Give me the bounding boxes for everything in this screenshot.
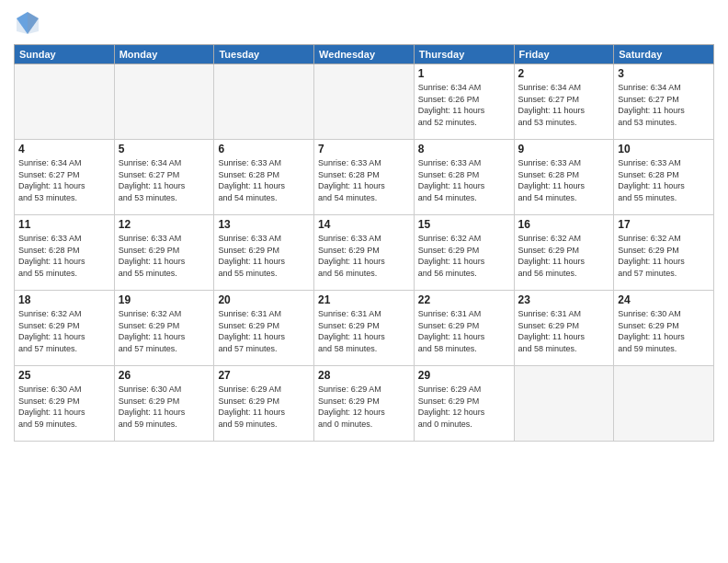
day-number: 18 — [18, 293, 110, 306]
day-info: Sunrise: 6:33 AM Sunset: 6:28 PM Dayligh… — [18, 233, 110, 279]
day-number: 13 — [218, 218, 310, 231]
day-number: 3 — [618, 67, 710, 80]
calendar-cell: 5Sunrise: 6:34 AM Sunset: 6:27 PM Daylig… — [114, 140, 214, 215]
week-row-2: 11Sunrise: 6:33 AM Sunset: 6:28 PM Dayli… — [15, 215, 714, 291]
week-row-4: 25Sunrise: 6:30 AM Sunset: 6:29 PM Dayli… — [15, 366, 714, 442]
weekday-header-sunday: Sunday — [15, 45, 115, 64]
day-info: Sunrise: 6:33 AM Sunset: 6:28 PM Dayligh… — [318, 157, 410, 203]
calendar-cell: 13Sunrise: 6:33 AM Sunset: 6:29 PM Dayli… — [214, 215, 314, 291]
day-info: Sunrise: 6:31 AM Sunset: 6:29 PM Dayligh… — [518, 308, 610, 354]
day-info: Sunrise: 6:33 AM Sunset: 6:28 PM Dayligh… — [518, 157, 610, 203]
calendar-cell: 12Sunrise: 6:33 AM Sunset: 6:29 PM Dayli… — [114, 215, 214, 291]
calendar: SundayMondayTuesdayWednesdayThursdayFrid… — [14, 44, 714, 442]
day-info: Sunrise: 6:33 AM Sunset: 6:28 PM Dayligh… — [218, 157, 310, 203]
calendar-cell: 16Sunrise: 6:32 AM Sunset: 6:29 PM Dayli… — [514, 215, 614, 291]
weekday-header-monday: Monday — [114, 45, 214, 64]
day-info: Sunrise: 6:31 AM Sunset: 6:29 PM Dayligh… — [218, 308, 310, 354]
day-number: 1 — [418, 67, 510, 80]
calendar-cell: 4Sunrise: 6:34 AM Sunset: 6:27 PM Daylig… — [15, 140, 115, 215]
day-number: 26 — [119, 369, 210, 382]
calendar-cell: 11Sunrise: 6:33 AM Sunset: 6:28 PM Dayli… — [15, 215, 115, 291]
day-info: Sunrise: 6:34 AM Sunset: 6:27 PM Dayligh… — [518, 82, 610, 128]
day-info: Sunrise: 6:31 AM Sunset: 6:29 PM Dayligh… — [318, 308, 410, 354]
day-info: Sunrise: 6:31 AM Sunset: 6:29 PM Dayligh… — [418, 308, 510, 354]
day-info: Sunrise: 6:32 AM Sunset: 6:29 PM Dayligh… — [119, 308, 210, 354]
calendar-cell: 17Sunrise: 6:32 AM Sunset: 6:29 PM Dayli… — [614, 215, 714, 291]
day-info: Sunrise: 6:30 AM Sunset: 6:29 PM Dayligh… — [119, 384, 210, 430]
day-info: Sunrise: 6:32 AM Sunset: 6:29 PM Dayligh… — [18, 308, 110, 354]
calendar-cell: 15Sunrise: 6:32 AM Sunset: 6:29 PM Dayli… — [414, 215, 514, 291]
calendar-cell: 23Sunrise: 6:31 AM Sunset: 6:29 PM Dayli… — [514, 291, 614, 366]
calendar-cell — [214, 64, 314, 140]
calendar-cell: 21Sunrise: 6:31 AM Sunset: 6:29 PM Dayli… — [314, 291, 415, 366]
day-info: Sunrise: 6:32 AM Sunset: 6:29 PM Dayligh… — [618, 233, 710, 279]
day-number: 21 — [318, 293, 410, 306]
day-number: 15 — [418, 218, 510, 231]
day-number: 10 — [618, 143, 710, 155]
week-row-3: 18Sunrise: 6:32 AM Sunset: 6:29 PM Dayli… — [15, 291, 714, 366]
day-number: 23 — [518, 293, 610, 306]
calendar-cell: 3Sunrise: 6:34 AM Sunset: 6:27 PM Daylig… — [614, 64, 714, 140]
day-number: 24 — [618, 293, 710, 306]
calendar-cell: 6Sunrise: 6:33 AM Sunset: 6:28 PM Daylig… — [214, 140, 314, 215]
day-info: Sunrise: 6:33 AM Sunset: 6:29 PM Dayligh… — [218, 233, 310, 279]
day-info: Sunrise: 6:32 AM Sunset: 6:29 PM Dayligh… — [518, 233, 610, 279]
day-info: Sunrise: 6:34 AM Sunset: 6:27 PM Dayligh… — [18, 157, 110, 203]
day-info: Sunrise: 6:33 AM Sunset: 6:28 PM Dayligh… — [618, 157, 710, 203]
day-number: 20 — [218, 293, 310, 306]
week-row-0: 1Sunrise: 6:34 AM Sunset: 6:26 PM Daylig… — [15, 64, 714, 140]
day-number: 19 — [119, 293, 210, 306]
day-number: 4 — [18, 143, 110, 155]
day-number: 7 — [318, 143, 410, 155]
day-info: Sunrise: 6:34 AM Sunset: 6:26 PM Dayligh… — [418, 82, 510, 128]
day-number: 22 — [418, 293, 510, 306]
day-number: 8 — [418, 143, 510, 155]
header — [14, 9, 714, 37]
calendar-cell: 14Sunrise: 6:33 AM Sunset: 6:29 PM Dayli… — [314, 215, 415, 291]
day-number: 27 — [218, 369, 310, 382]
day-number: 28 — [318, 369, 410, 382]
calendar-cell — [614, 366, 714, 442]
calendar-cell: 10Sunrise: 6:33 AM Sunset: 6:28 PM Dayli… — [614, 140, 714, 215]
day-number: 9 — [518, 143, 610, 155]
day-info: Sunrise: 6:33 AM Sunset: 6:29 PM Dayligh… — [119, 233, 210, 279]
day-info: Sunrise: 6:29 AM Sunset: 6:29 PM Dayligh… — [318, 384, 410, 430]
calendar-cell: 9Sunrise: 6:33 AM Sunset: 6:28 PM Daylig… — [514, 140, 614, 215]
day-number: 2 — [518, 67, 610, 80]
calendar-cell: 26Sunrise: 6:30 AM Sunset: 6:29 PM Dayli… — [114, 366, 214, 442]
calendar-cell: 1Sunrise: 6:34 AM Sunset: 6:26 PM Daylig… — [414, 64, 514, 140]
weekday-header-row: SundayMondayTuesdayWednesdayThursdayFrid… — [15, 45, 714, 64]
calendar-cell: 24Sunrise: 6:30 AM Sunset: 6:29 PM Dayli… — [614, 291, 714, 366]
logo-icon — [14, 9, 41, 37]
weekday-header-saturday: Saturday — [614, 45, 714, 64]
calendar-cell: 7Sunrise: 6:33 AM Sunset: 6:28 PM Daylig… — [314, 140, 415, 215]
calendar-cell — [15, 64, 115, 140]
weekday-header-tuesday: Tuesday — [214, 45, 314, 64]
calendar-cell — [314, 64, 415, 140]
day-number: 5 — [119, 143, 210, 155]
day-info: Sunrise: 6:30 AM Sunset: 6:29 PM Dayligh… — [618, 308, 710, 354]
day-info: Sunrise: 6:32 AM Sunset: 6:29 PM Dayligh… — [418, 233, 510, 279]
weekday-header-thursday: Thursday — [414, 45, 514, 64]
calendar-cell: 19Sunrise: 6:32 AM Sunset: 6:29 PM Dayli… — [114, 291, 214, 366]
calendar-cell: 28Sunrise: 6:29 AM Sunset: 6:29 PM Dayli… — [314, 366, 415, 442]
calendar-cell: 2Sunrise: 6:34 AM Sunset: 6:27 PM Daylig… — [514, 64, 614, 140]
day-number: 25 — [18, 369, 110, 382]
calendar-cell: 27Sunrise: 6:29 AM Sunset: 6:29 PM Dayli… — [214, 366, 314, 442]
day-info: Sunrise: 6:33 AM Sunset: 6:29 PM Dayligh… — [318, 233, 410, 279]
weekday-header-friday: Friday — [514, 45, 614, 64]
day-number: 17 — [618, 218, 710, 231]
day-info: Sunrise: 6:29 AM Sunset: 6:29 PM Dayligh… — [218, 384, 310, 430]
weekday-header-wednesday: Wednesday — [314, 45, 415, 64]
day-number: 6 — [218, 143, 310, 155]
week-row-1: 4Sunrise: 6:34 AM Sunset: 6:27 PM Daylig… — [15, 140, 714, 215]
day-number: 11 — [18, 218, 110, 231]
day-info: Sunrise: 6:34 AM Sunset: 6:27 PM Dayligh… — [618, 82, 710, 128]
calendar-cell: 20Sunrise: 6:31 AM Sunset: 6:29 PM Dayli… — [214, 291, 314, 366]
day-number: 12 — [119, 218, 210, 231]
day-number: 29 — [418, 369, 510, 382]
day-info: Sunrise: 6:30 AM Sunset: 6:29 PM Dayligh… — [18, 384, 110, 430]
calendar-cell: 8Sunrise: 6:33 AM Sunset: 6:28 PM Daylig… — [414, 140, 514, 215]
day-number: 14 — [318, 218, 410, 231]
day-info: Sunrise: 6:29 AM Sunset: 6:29 PM Dayligh… — [418, 384, 510, 430]
